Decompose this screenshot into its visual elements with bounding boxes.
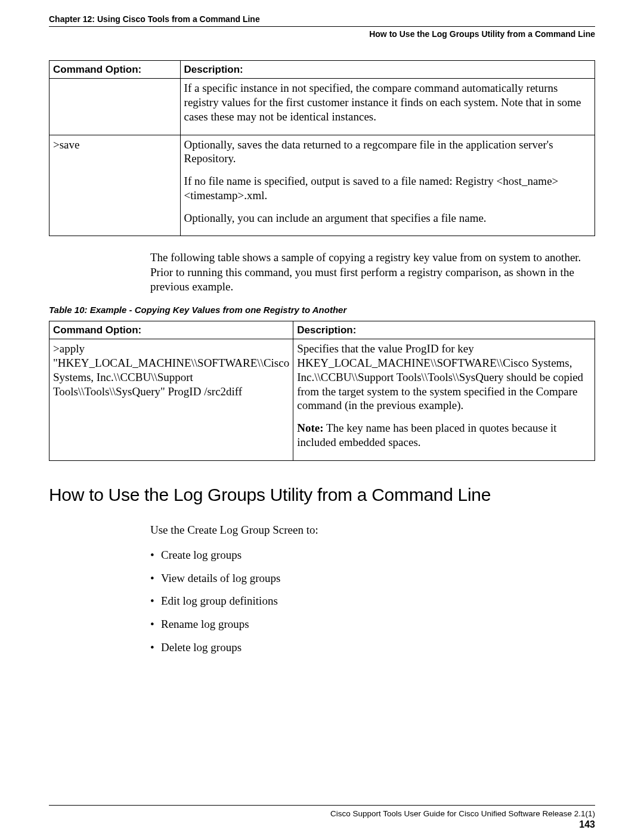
header-rule xyxy=(49,26,595,27)
page-container: Chapter 12: Using Cisco Tools from a Com… xyxy=(0,0,644,833)
section-heading: How to Use the Log Groups Utility from a… xyxy=(49,485,595,505)
list-item: Delete log groups xyxy=(150,640,595,655)
table-header-row: Command Option: Description: xyxy=(49,321,595,339)
cell-option xyxy=(49,79,181,135)
col-header-description: Description: xyxy=(180,61,595,79)
running-header-chapter: Chapter 12: Using Cisco Tools from a Com… xyxy=(49,14,595,24)
body-paragraph: The following table shows a sample of co… xyxy=(150,250,595,294)
desc-text: Optionally, you can include an argument … xyxy=(184,212,487,224)
bullet-list: Create log groups View details of log gr… xyxy=(150,548,595,655)
desc-text: Specifies that the value ProgID for key … xyxy=(297,342,583,411)
note-text: The key name has been placed in quotes b… xyxy=(297,422,556,448)
command-table-1: Command Option: Description: If a specif… xyxy=(49,60,595,236)
table-header-row: Command Option: Description: xyxy=(49,61,595,79)
footer-rule xyxy=(49,805,595,806)
desc-text: If no file name is specified, output is … xyxy=(184,175,559,202)
list-item: Create log groups xyxy=(150,548,595,563)
table-row: If a specific instance in not specified,… xyxy=(49,79,595,135)
desc-text: If a specific instance in not specified,… xyxy=(184,82,581,123)
cell-option: >apply "HKEY_LOCAL_MACHINE\\SOFTWARE\\Ci… xyxy=(49,339,293,460)
table-row: >save Optionally, saves the data returne… xyxy=(49,135,595,236)
cell-option: >save xyxy=(49,135,181,236)
cell-description: If a specific instance in not specified,… xyxy=(180,79,595,135)
list-item: Rename log groups xyxy=(150,617,595,632)
footer-guide-title: Cisco Support Tools User Guide for Cisco… xyxy=(49,809,595,818)
table-row: >apply "HKEY_LOCAL_MACHINE\\SOFTWARE\\Ci… xyxy=(49,339,595,460)
col-header-option: Command Option: xyxy=(49,61,181,79)
table-caption: Table 10: Example - Copying Key Values f… xyxy=(49,305,595,315)
col-header-option: Command Option: xyxy=(49,321,293,339)
cell-description: Specifies that the value ProgID for key … xyxy=(293,339,595,460)
list-item: Edit log group definitions xyxy=(150,594,595,609)
note-label: Note: xyxy=(297,422,323,434)
lead-paragraph: Use the Create Log Group Screen to: xyxy=(150,523,595,537)
col-header-description: Description: xyxy=(293,321,595,339)
list-item: View details of log groups xyxy=(150,571,595,586)
cell-description: Optionally, saves the data returned to a… xyxy=(180,135,595,236)
footer-page-number: 143 xyxy=(49,819,595,830)
running-header-section: How to Use the Log Groups Utility from a… xyxy=(49,29,595,39)
page-spacer xyxy=(49,663,595,800)
desc-text: Optionally, saves the data returned to a… xyxy=(184,138,553,165)
command-table-2: Command Option: Description: >apply "HKE… xyxy=(49,321,595,461)
